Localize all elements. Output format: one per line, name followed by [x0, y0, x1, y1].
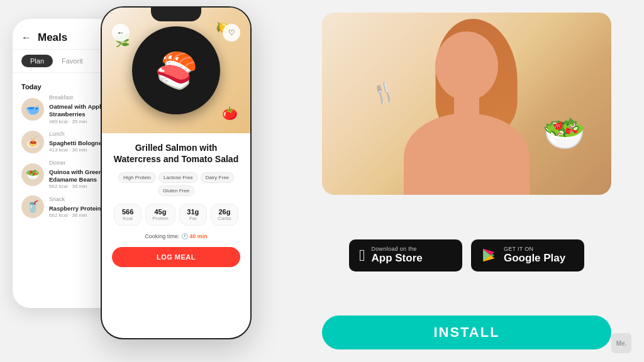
- google-play-button[interactable]: GET IT ON Google Play: [471, 239, 584, 272]
- garnish-tomato: 🍅: [222, 106, 238, 121]
- tab-plan[interactable]: Plan: [21, 55, 53, 67]
- google-play-icon: [481, 247, 497, 263]
- food-emoji: 🍣: [155, 50, 198, 91]
- nutrition-kcal: 566 Kcal: [114, 204, 142, 226]
- watermark: Me.: [611, 333, 631, 353]
- foreground-phone: ← ♡ 🍋 🌿 🍅 🍣 Grilled Salmon with Wa: [101, 6, 252, 339]
- right-section: 🥗 🍴  Download on the App Store: [302, 0, 644, 362]
- bg-phone-back-icon[interactable]: ←: [21, 32, 31, 43]
- google-play-text: GET IT ON Google Play: [504, 246, 565, 265]
- nutrition-row: 566 Kcal 45g Protein 31g Fat 26g Carbs: [112, 204, 240, 226]
- tag-dairy-free: Dairy Free: [201, 172, 234, 183]
- google-play-sub-label: GET IT ON: [504, 246, 565, 252]
- kcal-value: 566: [122, 208, 133, 216]
- protein-label: Protein: [152, 216, 168, 221]
- tab-favorites[interactable]: Favorit: [53, 55, 92, 67]
- recipe-tags: High Protein Lactose Free Dairy Free Glu…: [112, 172, 240, 196]
- app-store-text: Download on the App Store: [372, 246, 423, 265]
- recipe-back-button[interactable]: ←: [112, 24, 130, 41]
- app-store-button[interactable]:  Download on the App Store: [349, 239, 462, 272]
- carbs-value: 26g: [218, 208, 230, 216]
- fat-label: Fat: [189, 216, 197, 221]
- install-button[interactable]: INSTALL: [322, 315, 611, 349]
- recipe-favorite-button[interactable]: ♡: [223, 24, 240, 41]
- log-meal-button[interactable]: LOG MEAL: [112, 247, 240, 267]
- meal-dinner-icon: 🥗: [21, 163, 44, 186]
- meal-breakfast-icon: 🥣: [21, 98, 44, 121]
- carbs-label: Carbs: [218, 216, 231, 221]
- recipe-detail: Grilled Salmon with Watercress and Tomat…: [102, 133, 250, 267]
- tag-gluten-free: Gluten Free: [158, 185, 194, 196]
- woman-image: 🥗 🍴: [322, 13, 611, 195]
- app-store-sub-label: Download on the: [372, 246, 423, 252]
- nutrition-carbs: 26g Carbs: [211, 204, 238, 226]
- fat-value: 31g: [187, 208, 199, 216]
- kcal-label: Kcal: [123, 216, 133, 221]
- google-play-name: Google Play: [504, 252, 565, 265]
- recipe-title: Grilled Salmon with Watercress and Tomat…: [112, 142, 240, 165]
- meal-lunch-icon: 🍝: [21, 131, 44, 153]
- tag-lactose-free: Lactose Free: [158, 172, 198, 183]
- woman-placeholder: 🥗 🍴: [322, 13, 611, 195]
- tag-high-protein: High Protein: [118, 172, 156, 183]
- cooking-time: Cooking time: 🕐 40 min: [112, 233, 240, 239]
- app-store-name: App Store: [372, 252, 423, 265]
- food-image: ← ♡ 🍋 🌿 🍅 🍣: [102, 8, 250, 133]
- nutrition-protein: 45g Protein: [145, 204, 175, 226]
- phones-section: ← Meals Plan Favorit Today 🥣 Breakfast O…: [0, 0, 302, 362]
- phone-notch: [151, 8, 201, 21]
- apple-icon: : [359, 246, 365, 265]
- main-container: ← Meals Plan Favorit Today 🥣 Breakfast O…: [0, 0, 644, 362]
- store-buttons:  Download on the App Store GET IT ON Go…: [349, 239, 584, 272]
- bg-phone-title: Meals: [38, 31, 67, 44]
- nutrition-fat: 31g Fat: [179, 204, 207, 226]
- protein-value: 45g: [154, 208, 166, 216]
- phone-nav: ← ♡: [102, 24, 250, 41]
- cooking-time-value: 🕐 40 min: [181, 233, 208, 239]
- meal-snack-icon: 🥤: [21, 195, 44, 218]
